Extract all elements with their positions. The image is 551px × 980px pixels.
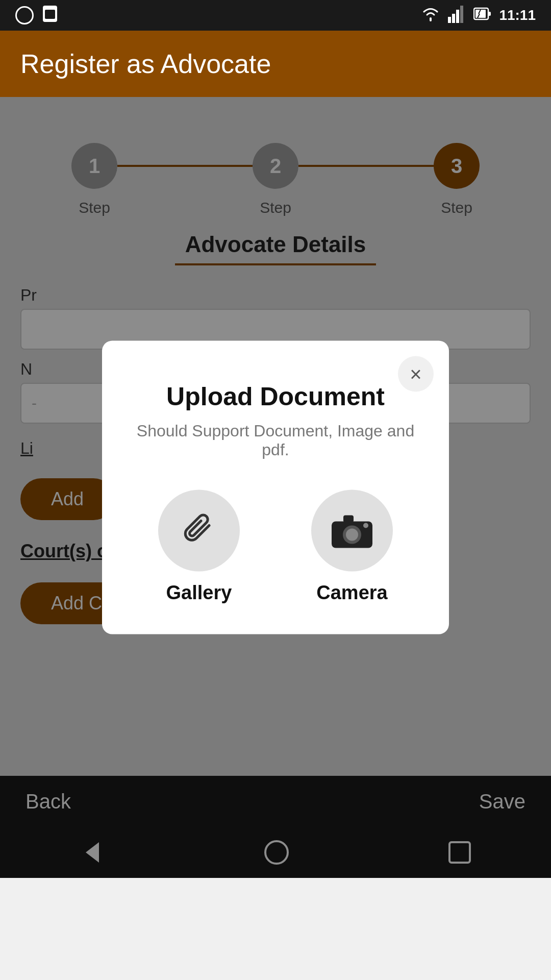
svg-rect-1	[45, 10, 55, 19]
svg-point-13	[346, 529, 358, 541]
camera-icon	[329, 510, 375, 551]
header-title: Register as Advocate	[20, 48, 271, 79]
svg-rect-4	[456, 10, 459, 23]
gallery-option[interactable]: Gallery	[158, 490, 240, 604]
svg-rect-3	[452, 14, 455, 23]
modal-options: Gallery Camera	[122, 490, 429, 604]
camera-label: Camera	[316, 582, 387, 604]
camera-option[interactable]: Camera	[311, 490, 393, 604]
modal-close-button[interactable]: ×	[398, 356, 434, 392]
modal-subtitle: Should Support Document, Image and pdf.	[122, 422, 429, 459]
svg-point-15	[363, 523, 368, 528]
modal-title: Upload Document	[122, 382, 429, 411]
wifi-icon	[420, 6, 441, 25]
upload-modal: × Upload Document Should Support Documen…	[102, 341, 449, 634]
svg-rect-14	[343, 516, 354, 523]
gallery-icon-circle	[158, 490, 240, 572]
svg-rect-8	[475, 10, 486, 18]
status-right-icons: 11:11	[420, 5, 536, 27]
svg-rect-2	[448, 17, 451, 23]
circle-status-icon	[15, 6, 34, 24]
svg-rect-5	[460, 6, 463, 23]
camera-icon-circle	[311, 490, 393, 572]
status-bar: 11:11	[0, 0, 551, 31]
status-left-icons	[15, 5, 59, 27]
sim-icon	[41, 5, 59, 27]
svg-rect-7	[488, 12, 491, 16]
signal-icon	[448, 5, 466, 27]
time-display: 11:11	[499, 7, 536, 23]
header: Register as Advocate	[0, 31, 551, 97]
paperclip-icon	[179, 510, 219, 551]
battery-icon	[473, 5, 492, 27]
gallery-label: Gallery	[166, 582, 232, 604]
